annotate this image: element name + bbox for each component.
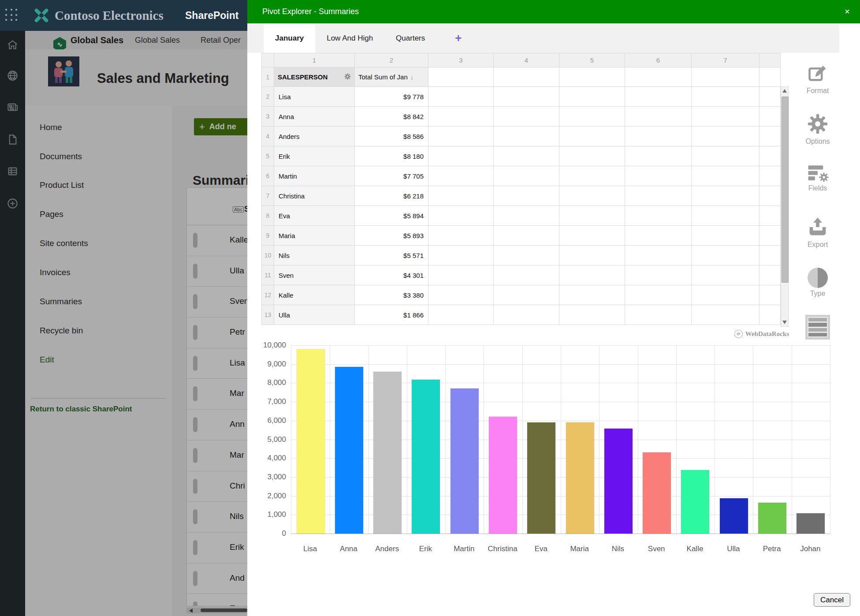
scroll-down-arrow-icon[interactable] xyxy=(782,321,787,324)
salesperson-cell: Martin xyxy=(274,166,355,186)
empty-cell xyxy=(759,246,781,265)
empty-cell xyxy=(428,265,494,285)
empty-cell xyxy=(428,166,494,186)
column-header-partial xyxy=(759,53,781,67)
empty-cell xyxy=(759,226,781,246)
close-icon[interactable]: ✕ xyxy=(841,6,853,18)
empty-cell xyxy=(625,87,692,107)
row-number: 4 xyxy=(262,127,274,146)
row-field-header[interactable]: SALESPERSON xyxy=(274,67,355,87)
empty-cell xyxy=(625,107,692,127)
x-axis-label-erik: Erik xyxy=(406,545,445,553)
salesperson-cell: Ulla xyxy=(274,305,355,325)
fields-icon xyxy=(791,164,844,183)
empty-cell xyxy=(692,265,759,285)
value-cell: $8 842 xyxy=(355,107,428,127)
bar-eva xyxy=(527,422,555,534)
salesperson-cell: Eva xyxy=(274,206,355,226)
empty-cell xyxy=(692,146,759,166)
toolbar-export-button[interactable]: Export xyxy=(791,217,844,249)
y-axis-tick-label: 2,000 xyxy=(247,492,286,500)
contoso-logo-icon xyxy=(32,6,51,25)
salesperson-cell: Anna xyxy=(274,107,355,127)
empty-cell xyxy=(559,146,625,166)
empty-cell xyxy=(759,87,781,107)
empty-cell xyxy=(759,146,781,166)
value-cell: $4 301 xyxy=(355,265,428,285)
empty-cell xyxy=(559,107,625,127)
cancel-button[interactable]: Cancel xyxy=(814,593,850,607)
empty-cell xyxy=(692,246,759,265)
toolbar-options-button[interactable]: Options xyxy=(791,114,844,146)
tab-low-and-high[interactable]: Low And High xyxy=(315,23,384,53)
toolbar-type-button[interactable]: Type xyxy=(791,268,844,298)
tab-january[interactable]: January xyxy=(264,23,315,53)
value-cell: $3 380 xyxy=(355,285,428,305)
toolbar-grid-button[interactable] xyxy=(791,315,844,340)
empty-cell xyxy=(428,127,494,146)
toolbar-format-button[interactable]: Format xyxy=(791,63,844,95)
empty-cell xyxy=(692,206,759,226)
chart-category-cell xyxy=(753,345,792,534)
empty-cell xyxy=(559,285,625,305)
empty-cell xyxy=(692,87,759,107)
chart-category-cell xyxy=(638,345,677,534)
row-number: 10 xyxy=(262,246,274,265)
empty-cell xyxy=(559,226,625,246)
value-cell: $6 218 xyxy=(355,186,428,206)
empty-cell xyxy=(559,305,625,325)
type-icon xyxy=(791,268,844,288)
empty-cell xyxy=(625,166,692,186)
bar-maria xyxy=(566,422,594,534)
x-axis-label-martin: Martin xyxy=(445,545,483,553)
empty-cell xyxy=(428,67,494,87)
app-launcher-waffle-icon[interactable] xyxy=(5,9,19,22)
salesperson-cell: Nils xyxy=(274,246,355,265)
x-axis-label-kalle: Kalle xyxy=(676,545,714,553)
pivot-table: 12345671SALESPERSONTotal Sum of Jan↓2Lis… xyxy=(261,53,781,325)
salesperson-cell: Sven xyxy=(274,265,355,285)
table-vertical-scrollbar[interactable] xyxy=(781,86,789,327)
empty-cell xyxy=(494,67,559,87)
empty-cell xyxy=(759,305,781,325)
empty-cell xyxy=(559,206,625,226)
chart-category-cell xyxy=(407,345,446,534)
empty-cell xyxy=(428,226,494,246)
empty-cell xyxy=(692,226,759,246)
x-axis-label-anna: Anna xyxy=(329,545,368,553)
y-axis-tick-label: 7,000 xyxy=(247,397,286,406)
empty-cell xyxy=(625,67,692,87)
y-axis-tick-label: 9,000 xyxy=(247,360,286,369)
empty-cell xyxy=(692,305,759,325)
screen: Contoso Electronics SharePoint ∿ Global … xyxy=(0,0,860,616)
empty-cell xyxy=(428,305,494,325)
sort-descending-icon[interactable]: ↓ xyxy=(410,73,414,81)
sharepoint-link[interactable]: SharePoint xyxy=(185,0,238,31)
row-number: 1 xyxy=(262,67,274,87)
x-axis-label-petra: Petra xyxy=(752,545,791,553)
salesperson-cell: Kalle xyxy=(274,285,355,305)
empty-cell xyxy=(692,186,759,206)
y-axis-tick-label: 0 xyxy=(247,529,286,538)
brand-name[interactable]: Contoso Electronics xyxy=(55,0,164,31)
dialog-header: Pivot Explorer - Summaries ✕ xyxy=(247,0,860,23)
webdatarocks-branding[interactable]: ⟳ WebDataRocks xyxy=(734,330,789,338)
field-gear-icon[interactable] xyxy=(344,73,351,81)
salesperson-cell: Erik xyxy=(274,146,355,166)
salesperson-cell: Lisa xyxy=(274,87,355,107)
salesperson-cell: Christina xyxy=(274,186,355,206)
salesperson-cell: Maria xyxy=(274,226,355,246)
empty-cell xyxy=(559,166,625,186)
value-cell: $5 893 xyxy=(355,226,428,246)
empty-cell xyxy=(428,87,494,107)
export-icon xyxy=(791,217,844,239)
column-header-5: 5 xyxy=(559,53,625,67)
tab-quarters[interactable]: Quarters xyxy=(384,23,436,53)
empty-cell xyxy=(759,265,781,285)
measure-header[interactable]: Total Sum of Jan↓ xyxy=(355,67,428,87)
vertical-scrollbar-thumb[interactable] xyxy=(782,97,789,283)
empty-cell xyxy=(428,107,494,127)
scroll-up-arrow-icon[interactable] xyxy=(782,89,787,93)
add-sheet-icon[interactable]: + xyxy=(449,23,468,53)
toolbar-fields-button[interactable]: Fields xyxy=(791,164,844,192)
